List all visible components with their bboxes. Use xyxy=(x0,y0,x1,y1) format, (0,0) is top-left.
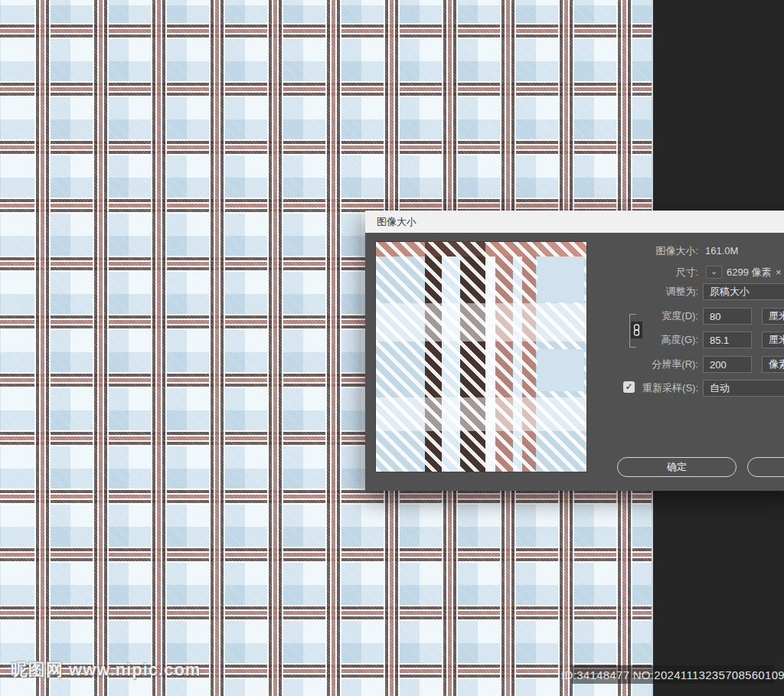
width-unit-select[interactable]: 厘米 xyxy=(762,308,784,325)
fit-to-select[interactable]: 原稿大小 xyxy=(703,283,784,300)
image-size-label: 图像大小: xyxy=(583,243,698,260)
image-preview[interactable] xyxy=(375,241,587,472)
dimensions-value: 6299 像素 xyxy=(727,264,772,281)
dimensions-chevron-icon[interactable]: ⌄ xyxy=(706,266,722,279)
site-watermark: 昵图网 www.nipic.com xyxy=(11,658,201,681)
height-unit-select[interactable]: 厘米 xyxy=(762,332,784,348)
image-size-dialog: 图像大小 图像大小: 161.0M 尺寸: ⌄ 6299 像素 × 调整为: 原… xyxy=(365,211,784,491)
height-input[interactable] xyxy=(703,332,752,348)
height-label: 高度(G): xyxy=(583,332,698,348)
width-label: 宽度(D): xyxy=(583,308,698,325)
ok-button[interactable]: 确定 xyxy=(617,457,737,477)
resample-select[interactable]: 自动 xyxy=(703,380,784,397)
resolution-unit-select[interactable]: 像素 xyxy=(762,356,784,373)
width-input[interactable] xyxy=(703,308,752,325)
dimensions-multiply-sign: × xyxy=(776,264,782,281)
image-size-value: 161.0M xyxy=(705,243,738,260)
image-id-bar: ID:34148477 NO:20241113235708560109 xyxy=(572,665,774,684)
resample-label: 重新采样(S): xyxy=(583,380,698,397)
cancel-button[interactable] xyxy=(747,457,784,477)
resolution-label: 分辨率(R): xyxy=(583,356,698,373)
resolution-input[interactable] xyxy=(703,356,752,373)
fit-to-label: 调整为: xyxy=(583,283,698,300)
dialog-title[interactable]: 图像大小 xyxy=(365,211,784,233)
dimensions-label: 尺寸: xyxy=(583,264,698,281)
